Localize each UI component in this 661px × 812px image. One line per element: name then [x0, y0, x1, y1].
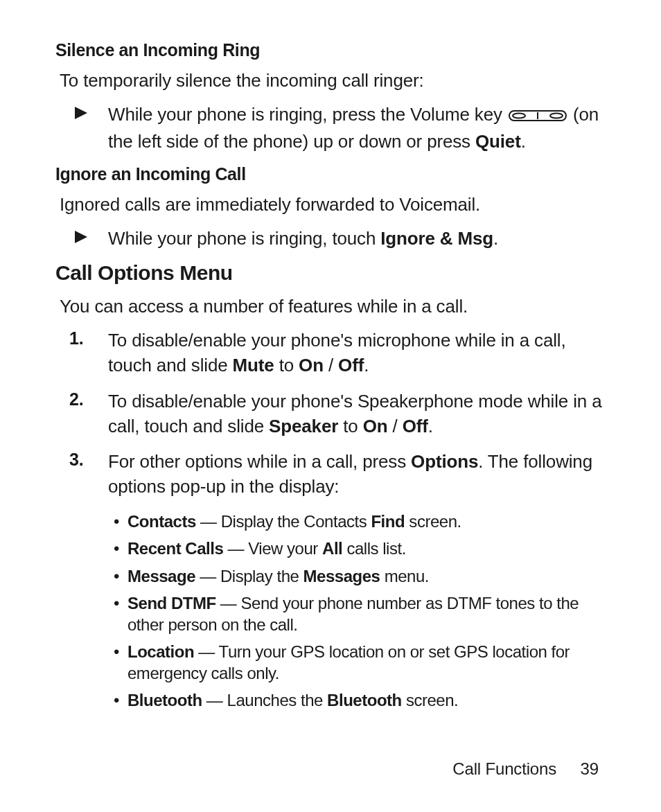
- heading-silence-ring: Silence an Incoming Ring: [55, 40, 606, 60]
- ignore-bullet-text: While your phone is ringing, touch Ignor…: [108, 227, 498, 251]
- option-bluetooth: •Bluetooth — Launches the Bluetooth scre…: [114, 689, 606, 711]
- option-location: •Location — Turn your GPS location on or…: [114, 641, 606, 684]
- step-number: 2.: [69, 389, 108, 439]
- svg-marker-0: [75, 107, 87, 119]
- step-text: For other options while in a call, press…: [108, 450, 606, 500]
- call-options-steps: 1. To disable/enable your phone's microp…: [55, 328, 606, 500]
- option-send-dtmf: •Send DTMF — Send your phone number as D…: [114, 592, 606, 635]
- heading-ignore-call: Ignore an Incoming Call: [55, 164, 606, 184]
- page-number: 39: [581, 759, 599, 778]
- ignore-intro: Ignored calls are immediately forwarded …: [60, 193, 606, 217]
- svg-point-2: [513, 114, 525, 118]
- volume-key-icon: [509, 105, 567, 130]
- triangle-bullet-icon: [75, 227, 108, 251]
- step-1: 1. To disable/enable your phone's microp…: [69, 328, 606, 378]
- svg-marker-5: [75, 231, 87, 243]
- step-text: To disable/enable your phone's Speakerph…: [108, 389, 606, 439]
- step-number: 1.: [69, 328, 108, 378]
- option-message: •Message — Display the Messages menu.: [114, 565, 606, 587]
- ignore-bullet: While your phone is ringing, touch Ignor…: [75, 227, 606, 251]
- svg-point-3: [550, 114, 563, 118]
- silence-bullet: While your phone is ringing, press the V…: [75, 103, 606, 155]
- heading-call-options: Call Options Menu: [55, 261, 606, 285]
- chapter-name: Call Functions: [452, 759, 556, 778]
- step-2: 2. To disable/enable your phone's Speake…: [69, 389, 606, 439]
- silence-intro: To temporarily silence the incoming call…: [60, 69, 606, 93]
- triangle-bullet-icon: [75, 103, 108, 155]
- step-text: To disable/enable your phone's microphon…: [108, 328, 606, 378]
- page-footer: Call Functions 39: [452, 759, 599, 779]
- step-number: 3.: [69, 450, 108, 500]
- silence-bullet-text: While your phone is ringing, press the V…: [108, 103, 606, 155]
- step-3: 3. For other options while in a call, pr…: [69, 450, 606, 500]
- option-recent-calls: •Recent Calls — View your All calls list…: [114, 538, 606, 559]
- options-list: •Contacts — Display the Contacts Find sc…: [55, 511, 606, 712]
- option-contacts: •Contacts — Display the Contacts Find sc…: [114, 511, 606, 532]
- call-options-intro: You can access a number of features whil…: [60, 294, 606, 319]
